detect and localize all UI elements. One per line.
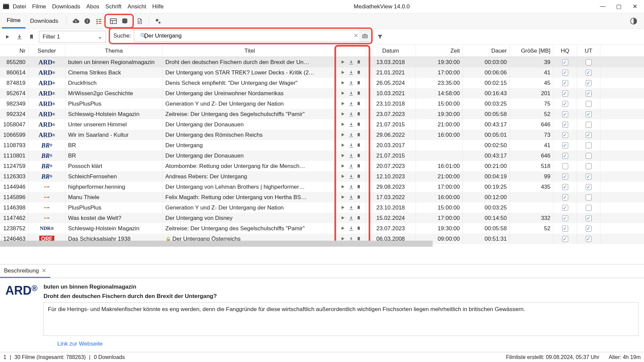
row-bookmark-icon[interactable] [357, 164, 362, 169]
row-play-icon[interactable] [340, 195, 346, 200]
table-row[interactable]: 952674ARD®MrWissen2go GeschichteDer Unte… [0, 88, 644, 99]
row-play-icon[interactable] [340, 122, 346, 127]
row-download-icon[interactable] [348, 184, 354, 190]
checkbox[interactable]: ✓ [562, 80, 568, 86]
col-dauer[interactable]: Dauer [463, 45, 510, 57]
row-download-icon[interactable] [348, 226, 354, 231]
inbox-icon[interactable] [359, 30, 371, 42]
row-download-icon[interactable] [348, 216, 354, 221]
contrast-icon[interactable] [628, 15, 639, 27]
checkbox[interactable] [586, 153, 592, 159]
checkbox[interactable]: ✓ [586, 70, 592, 76]
col-nr[interactable]: Nr [0, 45, 29, 57]
checkbox[interactable]: ✓ [586, 226, 592, 232]
table-row[interactable]: 1126303BR®SchleichFernsehenAndreas Reber… [0, 171, 644, 182]
row-play-icon[interactable] [340, 174, 346, 179]
checkbox[interactable] [586, 205, 592, 211]
checkbox[interactable] [586, 101, 592, 107]
checkbox[interactable]: ✓ [586, 111, 592, 117]
checkbox[interactable]: ✓ [562, 90, 568, 97]
col-groesse[interactable]: Größe [MB] [510, 45, 553, 57]
checkbox[interactable]: ✓ [562, 205, 568, 211]
row-play-icon[interactable] [340, 143, 346, 148]
menu-hilfe[interactable]: Hilfe [152, 3, 164, 10]
document-icon[interactable] [134, 15, 145, 27]
table-row[interactable]: 874819ARD®DruckfrischDenis Scheck empfie… [0, 78, 644, 88]
info-icon[interactable]: i [82, 15, 93, 27]
maximize-icon[interactable]: ▢ [616, 3, 622, 10]
play-icon[interactable] [3, 32, 12, 42]
row-download-icon[interactable] [348, 122, 354, 127]
menu-abos[interactable]: Abos [86, 3, 99, 10]
table-row[interactable]: 982349ARD®PlusPlusPlusGeneration Y und Z… [0, 99, 644, 109]
table-row[interactable]: 1110801BR®BRDer Untergang der Donauauen2… [0, 150, 644, 161]
checkbox[interactable]: ✓ [562, 153, 568, 159]
menu-filme[interactable]: Filme [32, 3, 46, 10]
checkbox[interactable]: ✓ [562, 142, 568, 148]
desc-link[interactable]: Link zur Webseite [52, 339, 644, 352]
row-bookmark-icon[interactable] [357, 184, 362, 190]
list-icon[interactable] [93, 15, 104, 27]
download-icon[interactable] [15, 32, 24, 42]
checkbox[interactable]: ✓ [586, 184, 592, 190]
row-bookmark-icon[interactable] [357, 80, 362, 86]
row-bookmark-icon[interactable] [357, 132, 362, 138]
row-play-icon[interactable] [340, 101, 346, 107]
checkbox[interactable]: ✓ [562, 226, 568, 232]
row-play-icon[interactable] [340, 70, 346, 75]
table-row[interactable]: 992324ARD®Schleswig-Holstein MagazinZeit… [0, 109, 644, 119]
table-row[interactable]: 1124759BR®Possoch klärtAtombombe: Rettun… [0, 161, 644, 171]
close-icon[interactable]: ✕ [632, 3, 638, 10]
funnel-icon[interactable] [375, 32, 385, 42]
row-download-icon[interactable] [348, 164, 354, 169]
table-row[interactable]: 1058047ARD®Unter unserem HimmelDer Unter… [0, 119, 644, 130]
filter-select[interactable]: Filter 1 ⌄ [39, 31, 106, 43]
col-actions[interactable] [337, 45, 366, 57]
row-download-icon[interactable] [348, 60, 354, 65]
row-bookmark-icon[interactable] [357, 112, 362, 117]
checkbox[interactable] [562, 163, 568, 169]
row-play-icon[interactable] [340, 226, 346, 231]
row-download-icon[interactable] [348, 205, 354, 210]
row-play-icon[interactable] [340, 60, 346, 65]
checkbox[interactable]: ✓ [586, 174, 592, 180]
col-sender[interactable]: Sender [29, 45, 65, 57]
checkbox[interactable]: ✓ [562, 70, 568, 76]
col-titel[interactable]: Titel [163, 45, 337, 57]
bookmark-icon[interactable] [27, 32, 36, 42]
checkbox[interactable]: ✓ [562, 101, 568, 107]
tab-filme[interactable]: Filme [2, 14, 25, 28]
menu-downloads[interactable]: Downloads [52, 3, 80, 10]
tab-downloads[interactable]: Downloads [25, 14, 63, 28]
minimize-icon[interactable]: — [600, 3, 606, 10]
row-bookmark-icon[interactable] [357, 122, 362, 127]
row-download-icon[interactable] [348, 153, 354, 159]
checkbox[interactable]: ✓ [586, 132, 592, 138]
layout-icon[interactable] [108, 15, 119, 27]
checkbox[interactable]: ✓ [562, 59, 568, 65]
horizontal-scrollbar[interactable] [0, 241, 433, 247]
row-play-icon[interactable] [340, 216, 346, 221]
row-bookmark-icon[interactable] [357, 226, 362, 231]
table-row[interactable]: 1145896▪▪▪▪Manu ThieleFelix Magath: Rett… [0, 192, 644, 202]
checkbox[interactable]: ✓ [586, 90, 592, 97]
table-row[interactable]: 1146398▪▪▪▪PlusPlusPlusGeneration Y und … [0, 202, 644, 213]
table-row[interactable]: 855280ARD®buten un binnen Regionalmagazi… [0, 57, 644, 67]
checkbox[interactable]: ✓ [586, 80, 592, 86]
close-desc-icon[interactable]: ✕ [42, 267, 46, 274]
table-row[interactable]: 1108793BR®BRDer Untergang20.03.201700:02… [0, 140, 644, 150]
row-bookmark-icon[interactable] [357, 153, 362, 159]
table-row[interactable]: 1238752NDR®Schleswig-Holstein MagazinZei… [0, 223, 644, 234]
checkbox[interactable] [586, 59, 592, 65]
row-play-icon[interactable] [340, 153, 346, 159]
clear-search-icon[interactable]: ✕ [353, 32, 359, 39]
search-input[interactable] [134, 30, 362, 42]
row-download-icon[interactable] [348, 70, 354, 75]
row-download-icon[interactable] [348, 132, 354, 138]
row-bookmark-icon[interactable] [357, 195, 362, 200]
row-bookmark-icon[interactable] [357, 143, 362, 148]
row-play-icon[interactable] [340, 91, 346, 96]
col-ut[interactable]: UT [577, 45, 600, 57]
menu-schrift[interactable]: Schrift [105, 3, 121, 10]
table-row[interactable]: 1147462▪▪▪▪Was kostet die Welt?Der Unter… [0, 213, 644, 223]
